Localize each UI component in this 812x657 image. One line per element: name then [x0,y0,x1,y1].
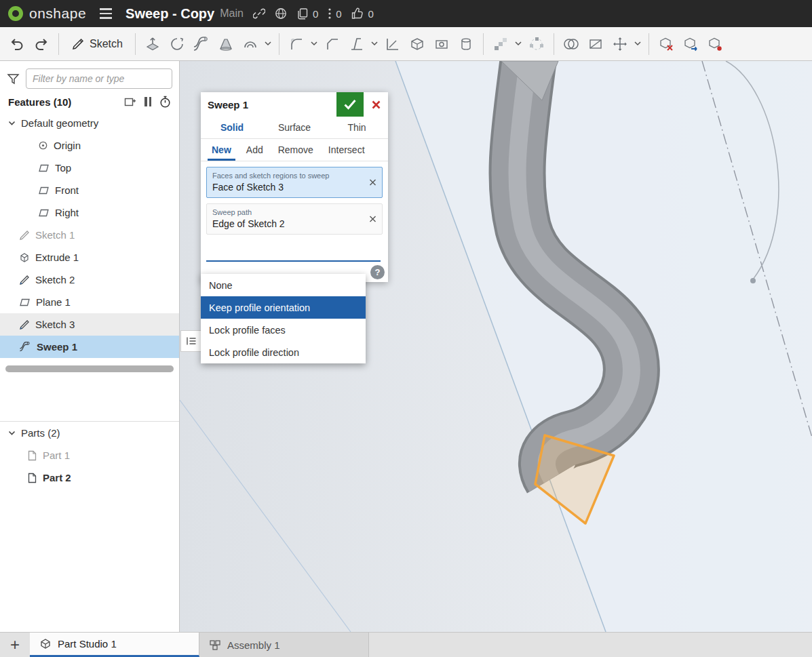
dropdown-option-lock-profile-direction[interactable]: Lock profile direction [201,341,366,363]
tab-intersect[interactable]: Intersect [322,139,372,161]
draft-button[interactable] [345,32,368,56]
chamfer-button[interactable] [321,32,344,56]
dialog-collapse-handle[interactable] [180,330,201,352]
fillet-button[interactable] [285,32,308,56]
clear-path-button[interactable] [369,216,376,223]
tree-item-sketch-3[interactable]: Sketch 3 [0,313,179,336]
origin-icon [38,140,48,151]
tree-item-extrude-1[interactable]: Extrude 1 [0,246,179,268]
circular-pattern-button[interactable] [525,32,548,56]
rollback-history-button[interactable] [159,96,171,108]
extrude-button[interactable] [141,32,164,56]
tab-add[interactable]: Add [239,139,270,161]
tree-item-default-geometry[interactable]: Default geometry [0,112,179,134]
thicken-dropdown-button[interactable] [263,32,273,56]
chevron-down-icon[interactable] [8,431,16,436]
boss-button[interactable] [455,32,478,56]
fillet-dropdown-button[interactable] [309,32,320,56]
chevron-down-icon[interactable] [8,121,16,126]
profile-selection-field[interactable]: Faces and sketch regions to sweep Face o… [206,167,383,198]
move-face-button[interactable] [679,32,702,56]
workspace-selector[interactable]: Main [220,7,244,20]
tree-item-sweep-1[interactable]: Sweep 1 [0,336,179,358]
hole-icon [433,36,450,52]
replace-face-button[interactable] [703,32,727,56]
loft-button[interactable] [214,32,237,56]
tree-item-sketch-2[interactable]: Sketch 2 [0,268,179,291]
accept-button[interactable] [336,92,364,117]
parts-header-label: Parts (2) [21,427,60,439]
part-item-part-1[interactable]: Part 1 [0,444,179,466]
tab-new[interactable]: New [205,139,238,161]
dropdown-option-none[interactable]: None [201,274,366,296]
help-icon[interactable]: ? [370,265,385,279]
profile-orientation-input[interactable] [206,243,381,262]
tree-item-right-plane[interactable]: Right [0,201,179,224]
share-link-button[interactable] [253,7,265,20]
tree-item-sketch-1[interactable]: Sketch 1 [0,224,179,246]
draft-dropdown-button[interactable] [370,32,380,56]
cancel-button[interactable] [364,92,388,117]
public-document-button[interactable] [275,7,287,20]
extrude-feature-icon [19,252,30,263]
tree-item-front-plane[interactable]: Front [0,179,179,201]
tree-item-origin[interactable]: Origin [0,134,179,157]
parts-header[interactable]: Parts (2) [0,422,179,444]
move-face-icon [682,36,699,52]
hamburger-menu-icon[interactable] [96,5,116,22]
suppress-button[interactable] [144,97,151,106]
insert-feature-button[interactable] [124,96,136,107]
delete-face-button[interactable] [655,32,678,56]
toolbar-divider [135,33,136,55]
thicken-button[interactable] [239,32,262,56]
tab-assembly-1[interactable]: Assembly 1 [199,633,369,657]
filter-input[interactable] [26,68,172,89]
rib-button[interactable] [381,32,404,56]
tab-remove[interactable]: Remove [271,139,320,161]
shell-button[interactable] [406,32,429,56]
hole-button[interactable] [430,32,453,56]
path-selection-field[interactable]: Sweep path Edge of Sketch 2 [206,203,383,235]
assembly-icon [209,639,221,651]
onshape-logo[interactable]: onshape [8,5,86,22]
undo-icon [9,37,24,51]
history-button[interactable]: 0 [328,7,341,20]
tree-item-plane-1[interactable]: Plane 1 [0,291,179,313]
linear-pattern-button[interactable] [489,32,512,56]
sketch-button[interactable]: Sketch [64,32,130,56]
clear-x-icon [369,216,376,223]
sweep-button[interactable] [190,32,213,56]
add-tab-button[interactable]: + [0,633,30,657]
revolve-button[interactable] [166,32,189,56]
part-item-part-2[interactable]: Part 2 [0,466,179,489]
onshape-logo-icon [8,6,23,21]
likes-button[interactable]: 0 [351,7,374,20]
tab-part-studio-1[interactable]: Part Studio 1 [30,633,199,657]
revolve-icon [169,36,185,52]
filter-icon[interactable] [7,73,20,85]
undo-button[interactable] [5,32,28,56]
plane-icon [38,163,50,173]
dropdown-option-lock-profile-faces[interactable]: Lock profile faces [201,319,366,341]
transform-dropdown-button[interactable] [633,32,643,56]
document-title: Sweep - Copy [125,6,214,22]
tab-thin[interactable]: Thin [326,117,388,138]
sweep-path-endpoint[interactable] [750,278,756,283]
tree-item-label: Sketch 1 [35,229,75,241]
rollback-bar[interactable] [5,365,174,372]
clear-x-icon [369,179,376,186]
tab-label: Assembly 1 [227,639,280,651]
redo-button[interactable] [30,32,53,56]
dropdown-option-keep-profile-orientation[interactable]: Keep profile orientation [201,296,366,319]
clear-profile-button[interactable] [369,179,376,186]
pattern-dropdown-button[interactable] [514,32,524,56]
tab-surface[interactable]: Surface [263,117,326,138]
copies-button[interactable]: 0 [296,7,318,20]
boolean-button[interactable] [560,32,583,56]
split-button[interactable] [584,32,607,56]
tree-item-label: Default geometry [21,117,98,129]
tab-solid[interactable]: Solid [201,117,263,138]
transform-button[interactable] [608,32,632,56]
tree-item-top-plane[interactable]: Top [0,157,179,179]
chamfer-icon [324,36,341,52]
